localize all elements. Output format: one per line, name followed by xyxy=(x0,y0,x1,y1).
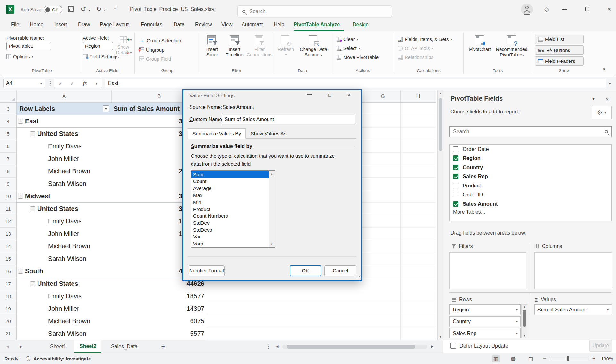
row-number[interactable]: 11 xyxy=(0,203,17,215)
rows-scrollbar-thumb[interactable] xyxy=(523,310,526,327)
tab-help[interactable]: Help xyxy=(274,22,284,28)
tab-formulas[interactable]: Formulas xyxy=(141,22,162,28)
formula-input[interactable]: East xyxy=(105,79,606,88)
horizontal-scrollbar[interactable]: ◀ ▶ xyxy=(276,343,434,351)
sheet-tab-sheet2[interactable]: Sheet2 xyxy=(74,340,101,353)
new-sheet-button[interactable]: + xyxy=(159,343,167,351)
zoom-level[interactable]: 130% xyxy=(601,356,613,361)
relationships-button[interactable]: Relationships xyxy=(398,54,463,60)
vertical-scrollbar[interactable]: ▲ ▼ xyxy=(437,90,443,340)
listbox-option-sum[interactable]: Sum xyxy=(191,171,269,178)
rows-scrollbar[interactable]: ▲ ▼ xyxy=(521,304,527,338)
row-number[interactable]: 8 xyxy=(0,165,17,178)
cell-label[interactable]: Sarah Wilson xyxy=(48,330,86,337)
tab-view[interactable]: View xyxy=(221,22,232,28)
collapse-button[interactable]: − xyxy=(30,206,35,211)
field-item-order-id[interactable]: Order ID xyxy=(450,190,611,200)
avatar[interactable] xyxy=(521,4,533,15)
column-header-g[interactable]: G xyxy=(365,90,401,102)
dialog-resize-grip[interactable] xyxy=(356,275,360,279)
listbox-scrollbar[interactable]: ▲ ▼ xyxy=(269,171,275,247)
listbox-scroll-up-icon[interactable]: ▲ xyxy=(269,172,275,176)
active-field-input[interactable]: Region xyxy=(83,42,113,50)
cell-value[interactable]: 18577 xyxy=(186,293,204,300)
listbox-option-count-numbers[interactable]: Count Numbers xyxy=(191,213,269,220)
row-number[interactable]: 9 xyxy=(0,178,17,190)
row-number[interactable]: 17 xyxy=(0,277,17,290)
rows-scroll-up-icon[interactable]: ▲ xyxy=(522,305,527,308)
field-item-country[interactable]: Country xyxy=(450,163,611,172)
listbox-option-count[interactable]: Count xyxy=(191,178,269,185)
listbox-option-varp[interactable]: Varp xyxy=(191,240,269,247)
panel-close-icon[interactable]: × xyxy=(606,96,609,103)
tab-pivottable-analyze[interactable]: PivotTable Analyze xyxy=(294,22,340,28)
name-box[interactable]: A4 ▾ xyxy=(3,79,45,88)
cell-value[interactable]: 1 xyxy=(179,230,182,237)
redo-button[interactable]: ↻ xyxy=(96,5,101,13)
field-headers-toggle[interactable]: Field Headers xyxy=(535,56,584,66)
rows-field-sales-rep[interactable]: Sales Rep▾ xyxy=(449,328,521,338)
hscroll-left-icon[interactable]: ◀ xyxy=(276,344,278,349)
cell-value[interactable]: 3 xyxy=(179,205,182,212)
listbox-option-average[interactable]: Average xyxy=(191,185,269,192)
checkbox-sales-rep[interactable] xyxy=(453,174,458,179)
cell-label[interactable]: Sarah Wilson xyxy=(48,255,86,262)
cancel-button[interactable]: Cancel xyxy=(324,265,356,276)
field-item-product[interactable]: Product xyxy=(450,181,611,190)
row-number[interactable]: 6 xyxy=(0,140,17,153)
insert-slicer-button[interactable]: Insert Slicer xyxy=(202,35,222,58)
zoom-out-icon[interactable]: − xyxy=(543,355,546,362)
change-data-source-button[interactable]: ↳ Change Data Source ▾ xyxy=(297,35,329,58)
row-number[interactable]: 18 xyxy=(0,290,17,302)
undo-button[interactable]: ↺ xyxy=(81,5,86,13)
excel-logo-icon[interactable]: X xyxy=(6,5,14,14)
dialog-close-icon[interactable]: × xyxy=(347,92,350,98)
field-item-sales-rep[interactable]: Sales Rep xyxy=(450,172,611,181)
tab-show-values-as[interactable]: Show Values As xyxy=(246,128,291,139)
close-button[interactable]: × xyxy=(607,5,611,13)
row-number[interactable]: 20 xyxy=(0,315,17,327)
ok-button[interactable]: OK xyxy=(290,265,321,276)
cell-label[interactable]: Emily Davis xyxy=(48,143,81,150)
checkbox-region[interactable] xyxy=(453,155,458,161)
cell-label[interactable]: Emily Davis xyxy=(48,293,81,300)
collapse-field-icon[interactable]: −≡ xyxy=(127,51,132,55)
formula-bar-dots-icon[interactable]: ⋮ xyxy=(48,80,53,86)
collapse-button[interactable]: − xyxy=(18,119,23,124)
listbox-option-max[interactable]: Max xyxy=(191,192,269,199)
vertical-scrollbar-thumb[interactable] xyxy=(439,98,442,151)
expand-field-icon[interactable]: +≡ xyxy=(127,37,132,42)
cell-label[interactable]: John Miller xyxy=(48,305,79,312)
cell-value[interactable]: 3 xyxy=(179,118,182,125)
restore-button[interactable] xyxy=(585,7,589,11)
group-field-button[interactable]: 7 Group Field xyxy=(139,56,200,62)
cell-label[interactable]: United States xyxy=(37,280,78,287)
row-number[interactable]: 14 xyxy=(0,240,17,252)
column-header-h[interactable]: H xyxy=(401,90,436,102)
checkbox-sales-amount[interactable] xyxy=(453,201,458,207)
row-number[interactable]: 3 xyxy=(0,103,17,115)
quick-access-customize-icon[interactable]: ▾ xyxy=(113,7,117,11)
ungroup-button[interactable]: ∅ Ungroup xyxy=(139,47,200,53)
tab-options-dots-icon[interactable]: ⋮ xyxy=(266,343,271,350)
tab-insert[interactable]: Insert xyxy=(54,22,67,28)
recommended-pivottables-button[interactable]: ? Recommended PivotTables xyxy=(494,35,529,58)
insert-function-chevron-icon[interactable]: ▾ xyxy=(96,82,97,85)
cell-value[interactable]: 5577 xyxy=(190,330,205,337)
checkbox-order-date[interactable] xyxy=(453,146,458,152)
field-item-region[interactable]: Region xyxy=(450,154,611,163)
tab-page-layout[interactable]: Page Layout xyxy=(100,22,129,28)
tab-draw[interactable]: Draw xyxy=(78,22,90,28)
scroll-up-icon[interactable]: ▲ xyxy=(438,92,443,95)
row-number[interactable]: 7 xyxy=(0,153,17,165)
formula-bar-expand-icon[interactable]: ▾ xyxy=(609,82,611,86)
dialog-maximize-icon[interactable]: □ xyxy=(328,92,331,98)
field-item-sales-amount[interactable]: Sales Amount xyxy=(450,199,611,209)
cell-value[interactable]: 6075 xyxy=(190,318,205,325)
row-number[interactable]: 21 xyxy=(0,327,17,340)
document-title[interactable]: Pivot_Table_Practice_US_Sales.xlsx xyxy=(130,6,214,12)
move-pivottable-button[interactable]: Move PivotTable xyxy=(337,54,394,60)
checkbox-product[interactable] xyxy=(453,183,458,188)
cell-label[interactable]: John Miller xyxy=(48,155,79,162)
hscroll-thumb[interactable] xyxy=(287,345,415,349)
